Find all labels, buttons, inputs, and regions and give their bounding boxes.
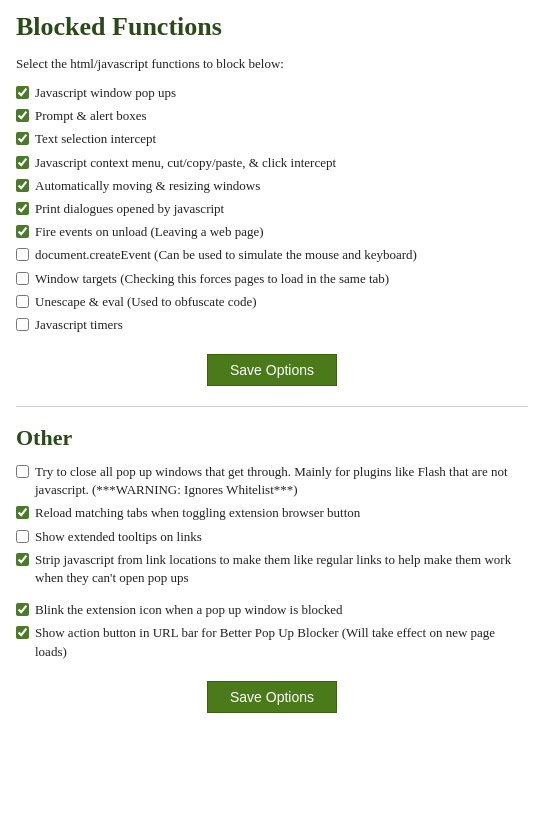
blocked-item-fire_unload: Fire events on unload (Leaving a web pag… [16, 223, 528, 241]
checkbox-js_popups[interactable] [16, 86, 29, 99]
subtitle: Select the html/javascript functions to … [16, 56, 528, 72]
blocked-item-auto_move: Automatically moving & resizing windows [16, 177, 528, 195]
checkbox-close_popups[interactable] [16, 465, 29, 478]
other-title: Other [16, 425, 528, 451]
save-button-bottom[interactable]: Save Options [207, 681, 337, 713]
section-divider [16, 406, 528, 407]
checkbox-fire_unload[interactable] [16, 225, 29, 238]
other-item-show_action_btn: Show action button in URL bar for Better… [16, 624, 528, 660]
label-close_popups[interactable]: Try to close all pop up windows that get… [35, 463, 528, 499]
other-item-extended_tooltips: Show extended tooltips on links [16, 528, 528, 546]
checkbox-js_timers[interactable] [16, 318, 29, 331]
label-window_targets[interactable]: Window targets (Checking this forces pag… [35, 270, 389, 288]
blocked-item-create_event: document.createEvent (Can be used to sim… [16, 246, 528, 264]
other-group1: Try to close all pop up windows that get… [16, 463, 528, 587]
label-prompt_alert[interactable]: Prompt & alert boxes [35, 107, 147, 125]
label-create_event[interactable]: document.createEvent (Can be used to sim… [35, 246, 417, 264]
other-section: Other Try to close all pop up windows th… [16, 425, 528, 661]
other-item-strip_js: Strip javascript from link locations to … [16, 551, 528, 587]
label-print_dialog[interactable]: Print dialogues opened by javascript [35, 200, 224, 218]
blocked-item-js_popups: Javascript window pop ups [16, 84, 528, 102]
blocked-functions-list: Javascript window pop upsPrompt & alert … [16, 84, 528, 334]
checkbox-strip_js[interactable] [16, 553, 29, 566]
blocked-item-print_dialog: Print dialogues opened by javascript [16, 200, 528, 218]
save-button-top[interactable]: Save Options [207, 354, 337, 386]
checkbox-blink_icon[interactable] [16, 603, 29, 616]
other-item-blink_icon: Blink the extension icon when a pop up w… [16, 601, 528, 619]
other-group2: Blink the extension icon when a pop up w… [16, 601, 528, 661]
page-title: Blocked Functions [16, 12, 528, 42]
label-blink_icon[interactable]: Blink the extension icon when a pop up w… [35, 601, 343, 619]
blocked-item-unescape_eval: Unescape & eval (Used to obfuscate code) [16, 293, 528, 311]
checkbox-auto_move[interactable] [16, 179, 29, 192]
label-unescape_eval[interactable]: Unescape & eval (Used to obfuscate code) [35, 293, 257, 311]
label-context_menu[interactable]: Javascript context menu, cut/copy/paste,… [35, 154, 336, 172]
checkbox-context_menu[interactable] [16, 156, 29, 169]
checkbox-unescape_eval[interactable] [16, 295, 29, 308]
checkbox-prompt_alert[interactable] [16, 109, 29, 122]
checkbox-create_event[interactable] [16, 248, 29, 261]
other-item-close_popups: Try to close all pop up windows that get… [16, 463, 528, 499]
label-js_timers[interactable]: Javascript timers [35, 316, 123, 334]
checkbox-extended_tooltips[interactable] [16, 530, 29, 543]
label-extended_tooltips[interactable]: Show extended tooltips on links [35, 528, 202, 546]
blocked-item-window_targets: Window targets (Checking this forces pag… [16, 270, 528, 288]
label-js_popups[interactable]: Javascript window pop ups [35, 84, 176, 102]
blocked-item-prompt_alert: Prompt & alert boxes [16, 107, 528, 125]
label-text_selection[interactable]: Text selection intercept [35, 130, 156, 148]
label-show_action_btn[interactable]: Show action button in URL bar for Better… [35, 624, 528, 660]
other-item-reload_tabs: Reload matching tabs when toggling exten… [16, 504, 528, 522]
blocked-item-context_menu: Javascript context menu, cut/copy/paste,… [16, 154, 528, 172]
blocked-item-js_timers: Javascript timers [16, 316, 528, 334]
checkbox-window_targets[interactable] [16, 272, 29, 285]
label-strip_js[interactable]: Strip javascript from link locations to … [35, 551, 528, 587]
label-fire_unload[interactable]: Fire events on unload (Leaving a web pag… [35, 223, 264, 241]
checkbox-reload_tabs[interactable] [16, 506, 29, 519]
checkbox-text_selection[interactable] [16, 132, 29, 145]
label-reload_tabs[interactable]: Reload matching tabs when toggling exten… [35, 504, 360, 522]
label-auto_move[interactable]: Automatically moving & resizing windows [35, 177, 260, 195]
blocked-item-text_selection: Text selection intercept [16, 130, 528, 148]
checkbox-print_dialog[interactable] [16, 202, 29, 215]
checkbox-show_action_btn[interactable] [16, 626, 29, 639]
